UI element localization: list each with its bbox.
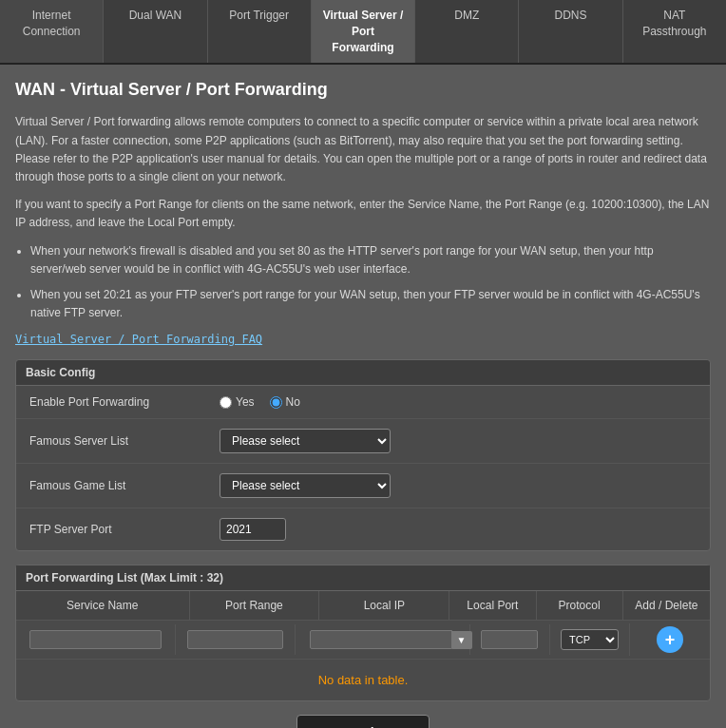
col-port-range: Port Range (190, 591, 320, 620)
famous-server-label: Famous Server List (29, 434, 220, 448)
local-port-input[interactable] (481, 630, 538, 649)
table-input-row: ▼ TCP UDP BOTH + (16, 621, 710, 660)
famous-game-label: Famous Game List (29, 479, 220, 492)
cell-local-port-input (470, 624, 550, 655)
tab-nat-passthrough[interactable]: NATPassthrough (623, 0, 726, 63)
col-local-ip: Local IP (319, 591, 449, 620)
famous-game-select[interactable]: Please select (220, 473, 391, 498)
cell-service-name-input (16, 624, 176, 655)
famous-game-control: Please select (220, 473, 697, 498)
tab-ddns[interactable]: DDNS (519, 0, 622, 63)
warning-item-1: When your network's firewall is disabled… (30, 242, 711, 278)
no-data-message: No data in table. (16, 660, 710, 700)
warning-list: When your network's firewall is disabled… (30, 242, 711, 323)
description-paragraph-1: Virtual Server / Port forwarding allows … (15, 113, 711, 186)
ftp-server-port-control (220, 518, 697, 541)
table-column-headers: Service Name Port Range Local IP Local P… (16, 591, 710, 621)
cell-protocol-select: TCP UDP BOTH (550, 623, 630, 656)
basic-config-body: Enable Port Forwarding Yes No Famous Ser… (16, 386, 710, 550)
col-local-port: Local Port (449, 591, 536, 620)
col-service-name: Service Name (16, 591, 190, 620)
port-forwarding-list-header: Port Forwarding List (Max Limit : 32) (16, 565, 710, 591)
ftp-server-port-label: FTP Server Port (29, 523, 220, 536)
tab-dmz[interactable]: DMZ (415, 0, 519, 63)
col-add-delete: Add / Delete (623, 591, 710, 620)
tab-dual-wan[interactable]: Dual WAN (104, 0, 207, 63)
col-protocol: Protocol (537, 591, 623, 620)
tab-internet-connection[interactable]: Internet Connection (0, 0, 104, 63)
faq-link[interactable]: Virtual Server / Port Forwarding FAQ (15, 333, 262, 346)
famous-game-row: Famous Game List Please select (16, 464, 710, 508)
ip-dropdown-button[interactable]: ▼ (452, 631, 472, 649)
top-navigation: Internet Connection Dual WAN Port Trigge… (0, 0, 726, 65)
main-content: WAN - Virtual Server / Port Forwarding V… (0, 65, 726, 728)
port-range-input[interactable] (187, 630, 284, 649)
cell-add-delete: + (630, 621, 710, 659)
famous-server-row: Famous Server List Please select (16, 419, 710, 464)
tab-virtual-server-port-forwarding[interactable]: Virtual Server / PortForwarding (312, 0, 415, 63)
tab-port-trigger[interactable]: Port Trigger (208, 0, 312, 63)
apply-button-wrapper: Apply (15, 715, 711, 728)
ip-input-wrapper: ▼ (310, 630, 456, 649)
radio-no[interactable] (270, 396, 282, 409)
ftp-server-port-input[interactable] (220, 518, 286, 541)
service-name-input[interactable] (29, 630, 162, 649)
enable-port-forwarding-control: Yes No (220, 395, 697, 409)
enable-port-forwarding-row: Enable Port Forwarding Yes No (16, 386, 710, 419)
radio-no-label[interactable]: No (270, 395, 300, 409)
cell-port-range-input (176, 624, 296, 655)
protocol-select[interactable]: TCP UDP BOTH (561, 629, 619, 650)
add-row-button[interactable]: + (657, 626, 683, 653)
famous-server-select[interactable]: Please select (220, 429, 391, 453)
cell-local-ip-input: ▼ (296, 624, 470, 655)
port-forwarding-list-section: Port Forwarding List (Max Limit : 32) Se… (15, 565, 711, 701)
local-ip-input[interactable] (310, 630, 452, 649)
famous-server-control: Please select (220, 429, 697, 453)
basic-config-header: Basic Config (16, 360, 710, 386)
enable-port-forwarding-label: Enable Port Forwarding (29, 395, 220, 409)
apply-button[interactable]: Apply (296, 715, 430, 728)
basic-config-section: Basic Config Enable Port Forwarding Yes … (15, 359, 711, 551)
radio-yes-label[interactable]: Yes (220, 395, 255, 409)
description-paragraph-2: If you want to specify a Port Range for … (15, 196, 711, 232)
page-title: WAN - Virtual Server / Port Forwarding (15, 80, 711, 100)
warning-item-2: When you set 20:21 as your FTP server's … (30, 286, 711, 322)
ftp-server-port-row: FTP Server Port (16, 508, 710, 550)
radio-yes[interactable] (220, 396, 232, 409)
